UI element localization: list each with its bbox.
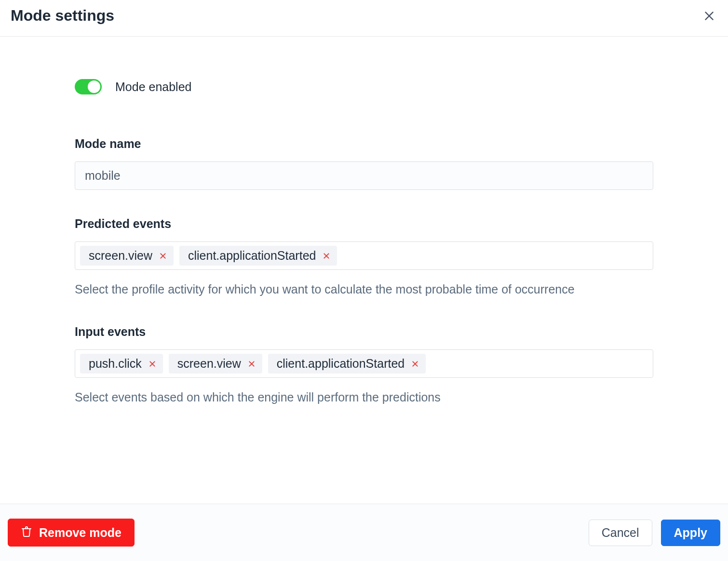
chip-remove-button[interactable]: [148, 360, 156, 368]
dialog-header: Mode settings: [0, 0, 728, 37]
remove-mode-label: Remove mode: [39, 527, 121, 539]
close-icon: [703, 10, 715, 22]
apply-label: Apply: [674, 527, 707, 539]
chip-remove-button[interactable]: [411, 360, 419, 368]
footer-actions: Cancel Apply: [589, 520, 720, 546]
input-events-label: Input events: [75, 325, 653, 339]
cancel-button[interactable]: Cancel: [589, 520, 652, 546]
chip-remove-button[interactable]: [248, 360, 256, 368]
remove-icon: [248, 360, 256, 368]
chip-remove-button[interactable]: [323, 252, 330, 260]
mode-name-section: Mode name: [75, 137, 653, 190]
chip-label: screen.view: [177, 357, 241, 371]
input-events-input[interactable]: push.click screen.view: [75, 349, 653, 378]
chip-label: client.applicationStarted: [277, 357, 404, 371]
mode-enabled-toggle[interactable]: [75, 79, 102, 94]
close-button[interactable]: [701, 8, 717, 24]
mode-enabled-row: Mode enabled: [75, 79, 653, 94]
trash-icon: [21, 526, 32, 539]
remove-icon: [323, 252, 330, 260]
dialog-footer: Remove mode Cancel Apply: [0, 504, 728, 561]
remove-icon: [411, 360, 419, 368]
input-events-chip: screen.view: [169, 354, 262, 374]
chip-label: screen.view: [89, 249, 152, 263]
chip-label: client.applicationStarted: [188, 249, 316, 263]
remove-icon: [159, 252, 167, 260]
input-events-section: Input events push.click screen.view: [75, 325, 653, 406]
remove-mode-button[interactable]: Remove mode: [8, 519, 135, 547]
page-title: Mode settings: [11, 7, 114, 25]
mode-name-label: Mode name: [75, 137, 653, 151]
chip-label: push.click: [89, 357, 142, 371]
dialog-body: Mode enabled Mode name Predicted events …: [75, 37, 653, 406]
mode-name-input[interactable]: [75, 161, 653, 190]
remove-icon: [148, 360, 156, 368]
chip-remove-button[interactable]: [159, 252, 167, 260]
input-events-chip: push.click: [80, 354, 163, 374]
input-events-chip: client.applicationStarted: [268, 354, 426, 374]
apply-button[interactable]: Apply: [661, 520, 720, 546]
predicted-events-section: Predicted events screen.view client.appl…: [75, 217, 653, 298]
predicted-events-chip: screen.view: [80, 246, 174, 266]
predicted-events-chip: client.applicationStarted: [179, 246, 337, 266]
predicted-events-input[interactable]: screen.view client.applicationStarted: [75, 241, 653, 270]
predicted-events-helper: Select the profile activity for which yo…: [75, 280, 653, 298]
cancel-label: Cancel: [602, 527, 639, 539]
mode-enabled-label: Mode enabled: [115, 80, 191, 94]
predicted-events-label: Predicted events: [75, 217, 653, 231]
input-events-helper: Select events based on which the engine …: [75, 388, 653, 406]
